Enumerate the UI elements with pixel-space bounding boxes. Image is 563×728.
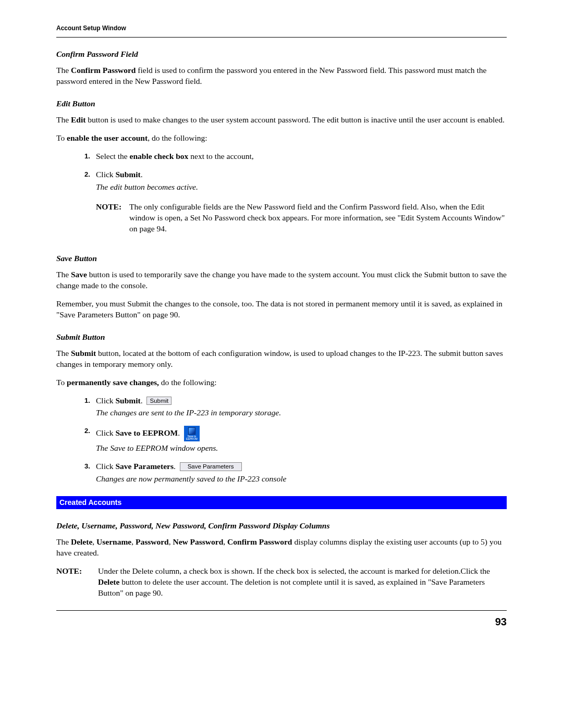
save-to-eeprom-icon: Save toEEPROM — [184, 426, 200, 441]
section-heading-display-columns: Delete, Username, Password, New Password… — [56, 521, 507, 532]
paragraph: The Submit button, located at the bottom… — [56, 348, 507, 370]
italic-result: The changes are sent to the IP-223 in te… — [96, 408, 507, 418]
header-rule — [56, 37, 507, 38]
paragraph: To permanently save changes, do the foll… — [56, 377, 507, 388]
note-body: The only configurable fields are the New… — [129, 202, 507, 235]
section-heading-submit-button: Submit Button — [56, 332, 507, 343]
list-body: Click Save Parameters. Save Parameters C… — [96, 461, 507, 485]
italic-result: Changes are now permanently saved to the… — [96, 474, 507, 485]
text-bold: Save to EEPROM — [115, 428, 178, 437]
text: button, located at the bottom of each co… — [56, 349, 503, 368]
list-item: 2. Click Save to EEPROM. Save toEEPROM T… — [84, 426, 507, 454]
text-bold: enable the user account — [67, 133, 148, 142]
document-page: Account Setup Window Confirm Password Fi… — [0, 0, 563, 650]
list-body: Click Submit. Submit The changes are sen… — [96, 396, 507, 419]
text: do the following: — [159, 378, 217, 387]
text-bold: Save Parameters — [115, 462, 173, 471]
paragraph: Remember, you must Submit the changes to… — [56, 299, 507, 320]
italic-result: The Save to EEPROM window opens. — [96, 443, 507, 454]
list-number: 2. — [84, 426, 96, 436]
text-bold: Submit — [115, 396, 140, 405]
text: Click — [96, 462, 115, 471]
text-bold: Save — [71, 270, 87, 279]
list-body: Click Save to EEPROM. Save toEEPROM The … — [96, 426, 507, 454]
text: , do the following: — [148, 133, 207, 142]
text: , — [223, 537, 227, 546]
page-number: 93 — [56, 615, 507, 629]
list-body: Select the enable check box next to the … — [96, 151, 507, 162]
list-number: 1. — [84, 396, 96, 405]
text-bold: Confirm Password — [71, 66, 136, 75]
list-item: 2. Click Submit. The edit button becomes… — [84, 169, 507, 242]
list-item: 3. Click Save Parameters. Save Parameter… — [84, 461, 507, 485]
text: The — [56, 66, 71, 75]
note-label: NOTE: — [56, 566, 98, 577]
text-bold: Username — [96, 537, 131, 546]
list-body: Click Submit. The edit button becomes ac… — [96, 169, 507, 242]
section-heading-edit-button: Edit Button — [56, 98, 507, 109]
text-bold: Delete — [71, 537, 92, 546]
ordered-list: 1. Select the enable check box next to t… — [84, 151, 507, 242]
text: . — [141, 396, 145, 405]
paragraph: To enable the user account, do the follo… — [56, 133, 507, 144]
text: button to delete the user account. The d… — [98, 577, 485, 597]
text: The — [56, 270, 71, 279]
paragraph: The Edit button is used to make changes … — [56, 115, 507, 126]
section-heading-save-button: Save Button — [56, 253, 507, 264]
text: button is used to make changes to the us… — [85, 115, 504, 124]
text: The — [56, 349, 71, 357]
icon-label-bottom: EEPROM — [186, 438, 198, 440]
text: The — [56, 537, 71, 546]
ordered-list: 1. Click Submit. Submit The changes are … — [84, 396, 507, 485]
paragraph: The Delete, Username, Password, New Pass… — [56, 537, 507, 559]
text: To — [56, 133, 67, 142]
text: , — [92, 537, 96, 546]
header-title: Account Setup Window — [56, 24, 507, 35]
text: . — [141, 170, 143, 179]
footer-rule — [56, 610, 507, 611]
text: To — [56, 378, 67, 387]
section-heading-confirm-password: Confirm Password Field — [56, 49, 507, 60]
text: , — [131, 537, 136, 546]
note-label: NOTE: — [96, 202, 129, 213]
text: next to the account, — [188, 152, 253, 161]
list-item: 1. Select the enable check box next to t… — [84, 151, 507, 162]
text: Click — [96, 396, 115, 405]
submit-button-image: Submit — [146, 397, 172, 405]
italic-result: The edit button becomes active. — [96, 182, 507, 193]
text-bold: permanently save changes, — [67, 378, 159, 387]
section-banner-created-accounts: Created Accounts — [56, 496, 507, 509]
text-bold: Submit — [71, 349, 96, 357]
note-block: NOTE: The only configurable fields are t… — [96, 202, 507, 235]
list-number: 2. — [84, 169, 96, 179]
text: button is used to temporarily save the c… — [56, 270, 507, 290]
save-parameters-button-image: Save Parameters — [180, 462, 242, 471]
text-bold: Submit — [115, 170, 140, 179]
note-body: Under the Delete column, a check box is … — [98, 566, 507, 599]
paragraph: The Save button is used to temporarily s… — [56, 269, 507, 291]
text-bold: enable check box — [130, 152, 189, 161]
page-header: Account Setup Window — [56, 24, 507, 38]
text: Under the Delete column, a check box is … — [98, 566, 490, 575]
note-block: NOTE: Under the Delete column, a check b… — [56, 566, 507, 599]
list-item: 1. Click Submit. Submit The changes are … — [84, 396, 507, 419]
text: Click — [96, 428, 115, 437]
text-bold: Confirm Password — [227, 537, 292, 546]
text: Select the — [96, 152, 130, 161]
text-bold: Password — [136, 537, 169, 546]
text: Click — [96, 170, 115, 179]
text: The — [56, 115, 71, 124]
text: . — [178, 428, 182, 437]
list-number: 1. — [84, 151, 96, 161]
paragraph: The Confirm Password field is used to co… — [56, 65, 507, 87]
chip-icon — [188, 427, 195, 435]
text: . — [174, 462, 178, 471]
text-bold: Edit — [71, 115, 85, 124]
list-number: 3. — [84, 461, 96, 471]
text-bold: New Password — [173, 537, 223, 546]
text-bold: Delete — [98, 577, 119, 586]
